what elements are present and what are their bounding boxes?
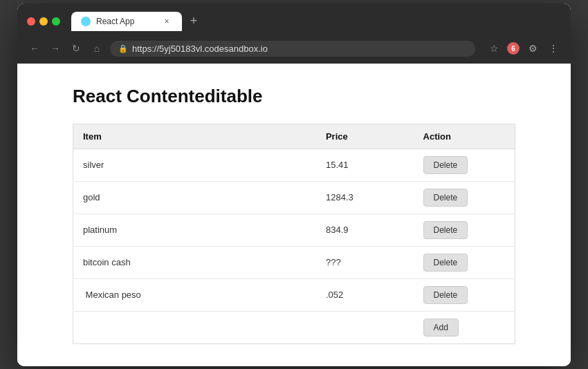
forward-button[interactable]: →: [48, 41, 63, 56]
table-row: platinum834.9Delete: [73, 214, 515, 246]
maximize-window-button[interactable]: [52, 17, 60, 26]
cell-item[interactable]: gold: [73, 181, 316, 214]
delete-button[interactable]: Delete: [423, 254, 468, 272]
cell-price[interactable]: ???: [316, 246, 414, 278]
cell-action: Delete: [414, 278, 515, 311]
extensions-button[interactable]: ⚙: [525, 41, 540, 56]
cell-action: Delete: [414, 181, 515, 214]
add-row-price-cell: [316, 311, 414, 343]
add-row-action-cell: Add: [414, 311, 515, 343]
cell-item[interactable]: bitcoin cash: [73, 246, 316, 278]
minimize-window-button[interactable]: [39, 17, 48, 26]
table-row: Mexican peso .052Delete: [73, 278, 515, 311]
table-row: bitcoin cash???Delete: [73, 246, 515, 278]
delete-button[interactable]: Delete: [423, 189, 468, 207]
close-window-button[interactable]: [27, 17, 35, 26]
bookmark-button[interactable]: ☆: [486, 41, 502, 56]
column-header-price: Price: [316, 124, 414, 149]
column-header-action: Action: [414, 124, 515, 149]
page-content: React Contenteditable Item Price Action …: [17, 64, 571, 366]
delete-button[interactable]: Delete: [423, 286, 468, 304]
cell-price[interactable]: .052: [316, 278, 414, 311]
browser-window: React App × + ← → ↻ ⌂ 🔒 https://5yj50183…: [17, 3, 571, 366]
data-table: Item Price Action silver15.41Deletegold1…: [73, 124, 515, 344]
add-row-item-cell: [73, 311, 316, 343]
cell-action: Delete: [414, 149, 515, 181]
extension-badge[interactable]: 6: [507, 42, 520, 55]
browser-actions: ☆ 6 ⚙ ⋮: [486, 41, 561, 56]
cell-action: Delete: [414, 214, 515, 246]
cell-price[interactable]: 15.41: [316, 149, 414, 181]
cell-price[interactable]: 834.9: [316, 214, 414, 246]
table-header: Item Price Action: [73, 124, 515, 149]
lock-icon: 🔒: [118, 44, 128, 53]
tab-title: React App: [96, 17, 156, 26]
traffic-lights: [27, 17, 60, 26]
delete-button[interactable]: Delete: [423, 156, 468, 174]
cell-item[interactable]: Mexican peso: [73, 278, 316, 311]
cell-price[interactable]: 1284.3: [316, 181, 414, 214]
tab-favicon-icon: [81, 17, 91, 26]
menu-button[interactable]: ⋮: [546, 41, 561, 56]
new-tab-button[interactable]: +: [185, 12, 203, 30]
title-bar: React App × +: [17, 3, 571, 37]
reload-button[interactable]: ↻: [68, 41, 84, 56]
delete-button[interactable]: Delete: [423, 221, 468, 239]
column-header-item: Item: [73, 124, 316, 149]
home-button[interactable]: ⌂: [89, 41, 104, 56]
table-row: silver15.41Delete: [73, 149, 515, 181]
address-bar: ← → ↻ ⌂ 🔒 https://5yj50183vl.codesandbox…: [17, 37, 571, 64]
page-heading: React Contenteditable: [73, 86, 515, 107]
table-body: silver15.41Deletegold1284.3Deleteplatinu…: [73, 149, 515, 343]
url-bar[interactable]: 🔒 https://5yj50183vl.codesandbox.io: [110, 41, 475, 57]
active-tab[interactable]: React App ×: [71, 12, 182, 31]
table-row: gold1284.3Delete: [73, 181, 515, 214]
url-text: https://5yj50183vl.codesandbox.io: [132, 44, 268, 54]
add-row: Add: [73, 311, 515, 343]
browser-chrome: React App × + ← → ↻ ⌂ 🔒 https://5yj50183…: [17, 3, 571, 64]
tab-bar: React App × +: [71, 12, 561, 31]
cell-item[interactable]: silver: [73, 149, 316, 181]
cell-action: Delete: [414, 246, 515, 278]
tab-close-button[interactable]: ×: [161, 16, 172, 27]
add-button[interactable]: Add: [423, 319, 459, 337]
cell-item[interactable]: platinum: [73, 214, 316, 246]
table-header-row: Item Price Action: [73, 124, 515, 149]
back-button[interactable]: ←: [27, 41, 42, 56]
